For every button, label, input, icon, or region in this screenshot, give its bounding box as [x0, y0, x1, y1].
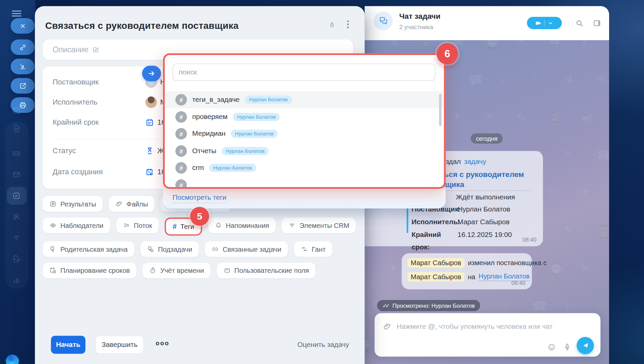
start-button[interactable]: Начать: [51, 336, 86, 354]
chip-parent-task[interactable]: Родительская задача: [43, 241, 134, 257]
hash-icon: #: [175, 179, 187, 189]
collapse-button[interactable]: [11, 59, 35, 74]
chip-linked-tasks[interactable]: Связанные задачи: [205, 241, 288, 257]
sidebar-item-reports[interactable]: [12, 276, 21, 285]
external-link-icon: [19, 82, 26, 89]
chip-time-tracking[interactable]: Учёт времени: [143, 263, 211, 279]
burn-icon[interactable]: [327, 21, 336, 30]
sidebar-item-storage[interactable]: [12, 149, 21, 158]
chip-files[interactable]: Файлы: [109, 196, 154, 212]
sidebar-item-mail[interactable]: [12, 170, 21, 179]
close-icon: [19, 22, 26, 30]
message-time: 08:40: [523, 237, 536, 243]
chat-message-system: Марат Сабыров изменил постановщика с Мар…: [402, 253, 532, 290]
send-button[interactable]: [577, 337, 594, 354]
sidebar-item-crm[interactable]: [12, 233, 21, 242]
tutorial-step-badge-6: 6: [437, 43, 458, 65]
tag-option[interactable]: # проверяем Нурлан Болатов: [165, 108, 444, 125]
divider: [544, 20, 544, 26]
menu-icon[interactable]: [12, 11, 21, 16]
microphone-icon[interactable]: [563, 342, 572, 352]
message-text: изменил постановщика с: [468, 259, 547, 267]
tag-option[interactable]: # Меридиан Нурлан Болатов: [165, 125, 444, 142]
tag-owner-badge: Нурлан Болатов: [245, 96, 292, 104]
chat-header: Чат задачи 2 участника: [365, 6, 609, 40]
delegate-button[interactable]: [142, 66, 161, 81]
app-logo[interactable]: [6, 355, 19, 364]
parent-task-icon: [49, 245, 57, 253]
field-label: Постановщик: [53, 78, 146, 86]
hash-icon: #: [175, 145, 187, 157]
chain-icon: [212, 245, 219, 253]
stopwatch-icon: [149, 267, 157, 274]
chip-custom-fields[interactable]: Пользовательские поля: [217, 263, 316, 279]
task-link[interactable]: задачу: [464, 158, 486, 166]
chat-title: Чат задачи: [399, 12, 440, 21]
tag-owner-badge: Нурлан Болатов: [209, 164, 256, 172]
emoji-icon[interactable]: [547, 343, 556, 352]
bar-chart-icon: [12, 276, 21, 285]
funnel-icon: [12, 233, 21, 242]
collapse-icon: [19, 63, 26, 70]
left-sidebar: [0, 0, 35, 364]
search-icon[interactable]: [575, 19, 584, 27]
tag-search-input[interactable]: [172, 64, 435, 81]
status-value: Ждёт выполнения: [456, 193, 515, 201]
tutorial-step-badge-5: 5: [190, 207, 209, 226]
video-call-button[interactable]: [527, 17, 562, 29]
field-box-icon: [223, 267, 231, 274]
message-time: 08:40: [512, 280, 525, 286]
hash-icon: #: [175, 94, 187, 105]
document-icon: [12, 124, 21, 133]
sidebar-item-tasks[interactable]: [12, 191, 21, 200]
author-name-pill[interactable]: Марат Сабыров: [408, 272, 465, 282]
chat-participants[interactable]: 2 участника: [399, 23, 433, 31]
field-label: Крайний срок: [53, 118, 146, 127]
more-actions-button[interactable]: ooo: [156, 340, 169, 347]
arrow-right-icon: [148, 69, 156, 77]
tag-option[interactable]: # crm Нурлан Болатов: [165, 159, 444, 176]
chip-gantt[interactable]: Гант: [294, 241, 332, 257]
seen-text: Просмотрено: Нурлан Болатов: [392, 302, 475, 309]
attach-icon[interactable]: [383, 322, 392, 331]
sidebar-group-strip: [5, 121, 29, 289]
tag-option-partial[interactable]: #: [165, 177, 444, 189]
calendar-refresh-icon: [145, 168, 154, 176]
message-input-card: [375, 313, 600, 357]
task-title: Связаться с руководителем поставщика: [45, 20, 239, 31]
view-tags-link[interactable]: Посмотреть теги: [172, 193, 226, 203]
description-placeholder: Описание: [53, 45, 89, 54]
tags-popup: # теги_в_задаче Нурлан Болатов # проверя…: [163, 53, 445, 189]
more-menu-icon[interactable]: ⋮: [343, 19, 353, 29]
chip-crm-items[interactable]: Элементы CRM: [282, 218, 356, 233]
close-button[interactable]: [11, 18, 35, 34]
tag-option[interactable]: # Отчеты Нурлан Болатов: [165, 142, 444, 160]
tag-option[interactable]: # теги_в_задаче Нурлан Болатов: [165, 91, 444, 108]
chip-reminders[interactable]: Напоминания: [208, 218, 276, 233]
author-name-pill[interactable]: Марат Сабыров: [408, 258, 465, 267]
sidebar-item-notes[interactable]: [12, 254, 21, 263]
chip-observers[interactable]: Наблюдатели: [43, 218, 110, 233]
complete-button[interactable]: Завершить: [95, 336, 144, 354]
double-check-icon: ✓✓: [382, 302, 388, 309]
field-label: Дата создания: [53, 168, 146, 176]
copy-link-button[interactable]: [11, 40, 35, 55]
popup-scrollbar[interactable]: [439, 94, 441, 126]
field-label: Исполнитель: [53, 98, 146, 107]
chip-subtasks[interactable]: Подзадачи: [140, 241, 199, 257]
sidebar-item-documents[interactable]: [12, 124, 21, 133]
rate-task-link[interactable]: Оценить задачу: [240, 341, 349, 349]
task-title-link[interactable]: заться с руководителем тавщика: [432, 169, 547, 189]
sidebar-item-people[interactable]: [12, 212, 21, 221]
chip-planning[interactable]: Планирование сроков: [43, 263, 136, 279]
sidebar-item-calendar[interactable]: [12, 106, 21, 115]
tag-owner-badge: Нурлан Болатов: [222, 147, 269, 155]
tasks-check-icon: [12, 191, 21, 200]
tag-owner-badge: Нурлан Болатов: [233, 113, 280, 121]
chip-results[interactable]: Результаты: [43, 196, 103, 212]
hash-icon: #: [175, 128, 187, 139]
open-new-window-button[interactable]: [11, 78, 35, 94]
chip-flow[interactable]: Поток: [116, 218, 159, 233]
chat-message-input[interactable]: [396, 320, 562, 334]
side-panel-icon[interactable]: [593, 19, 601, 27]
